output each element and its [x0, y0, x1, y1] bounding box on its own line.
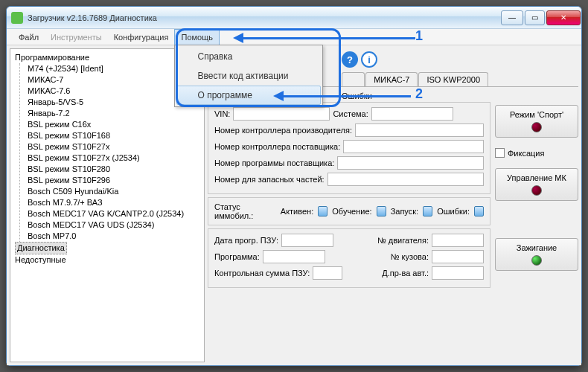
label-start: Запуск: [391, 207, 418, 216]
tree-item[interactable]: BSL режим ST10F27x (J2534) [28, 153, 201, 164]
tab-mikas7[interactable]: МИКАС-7 [365, 72, 418, 86]
menu-help-label: Помощь [181, 33, 213, 42]
input-checksum[interactable] [313, 266, 342, 280]
menu-file[interactable]: Файл [13, 29, 45, 45]
info-icon[interactable]: i [361, 51, 377, 68]
led-active [318, 206, 327, 217]
group-immo: Статус иммобил.: Активен: Обучение: Запу… [208, 197, 490, 225]
tree-item[interactable]: Bosch MEDC17 VAG UDS (J2534) [28, 219, 201, 231]
titlebar: Загрузчик v2.16.7689 Диагностика — ▭ ✕ [7, 7, 581, 29]
minimize-button[interactable]: — [501, 10, 523, 25]
mk-label: Управление МК [507, 173, 566, 182]
label-spare: Номер для запасных частей: [214, 175, 325, 184]
label-checksum: Контрольная сумма ПЗУ: [214, 269, 310, 278]
label-active: Активен: [281, 207, 313, 216]
label-engine-no: № двигателя: [377, 236, 429, 245]
sport-mode-button[interactable]: Режим 'Спорт' [495, 105, 578, 138]
ignition-button[interactable]: Зажигание [495, 238, 578, 271]
input-engine-no[interactable] [432, 234, 484, 247]
input-system[interactable] [371, 107, 453, 121]
help-item-about[interactable]: О программе [176, 86, 321, 105]
input-spare[interactable] [327, 173, 484, 186]
app-icon [11, 12, 23, 24]
close-button[interactable]: ✕ [546, 10, 581, 25]
ignition-label: Зажигание [517, 243, 557, 252]
label-supplier-prog: Номер программы поставщика: [214, 158, 334, 167]
menu-config[interactable]: Конфигурация [108, 29, 175, 45]
group-rom: Дата прогр. ПЗУ: № двигателя: Программа:… [208, 228, 490, 288]
label-system: Система: [333, 109, 368, 118]
led-errors [474, 206, 484, 217]
menu-help[interactable]: Помощь Справка Ввести код активации О пр… [174, 29, 220, 45]
annotation-number-2: 2 [415, 86, 423, 102]
label-vin: VIN: [214, 109, 230, 118]
tree-unavailable[interactable]: Недоступные [15, 254, 201, 266]
tree-programming-children: M74 (+J2534) [Ident] МИКАС-7 МИКАС-7.6 Я… [19, 63, 201, 242]
sport-led-icon [531, 122, 542, 132]
help-icon[interactable]: ? [342, 51, 358, 68]
form-area: VIN: Система: Номер контроллера производ… [208, 102, 490, 362]
main-area: VIN: Система: Номер контроллера производ… [208, 102, 578, 362]
menu-tools: Инструменты [45, 29, 108, 45]
mk-control-button[interactable]: Управление МК [495, 168, 578, 201]
label-immo-errors: Ошибки: [437, 207, 470, 216]
tree-item[interactable]: Bosch MP7.0 [28, 231, 201, 242]
tab-placeholder[interactable] [342, 72, 365, 86]
menubar: Файл Инструменты Конфигурация Помощь Спр… [7, 29, 581, 45]
fixation-checkbox[interactable]: Фиксация [495, 148, 578, 158]
help-dropdown: Справка Ввести код активации О программе [174, 45, 323, 107]
checkbox-icon [495, 148, 505, 158]
input-vin[interactable] [233, 107, 330, 121]
label-immo: Статус иммобил.: [214, 202, 276, 220]
tab-isokwp[interactable]: ISO KWP2000 [418, 72, 488, 86]
group-ident: VIN: Система: Номер контроллера производ… [208, 102, 490, 194]
tree-item[interactable]: Январь-7.2 [28, 108, 201, 119]
tree-programming[interactable]: Программирование [15, 52, 201, 63]
led-learning [377, 206, 386, 217]
input-rom-date[interactable] [281, 234, 333, 247]
side-buttons: Режим 'Спорт' Фиксация Управление МК Заж… [495, 102, 578, 362]
input-supplier-prog[interactable] [337, 156, 484, 170]
label-mfr-date: Д.пр-ва авт.: [382, 269, 429, 278]
tree-diagnostics[interactable]: Диагностика [15, 242, 67, 254]
tree-item[interactable]: BSL режим ST10F280 [28, 164, 201, 175]
label-rom-date: Дата прогр. ПЗУ: [214, 236, 278, 245]
tree-item[interactable]: Bosch MEDC17 VAG K/CANTP2.0 (J2534) [28, 208, 201, 219]
sport-label: Режим 'Спорт' [510, 110, 563, 119]
tree-item[interactable]: BSL режим ST10F27x [28, 141, 201, 153]
input-supplier-ctrl[interactable] [343, 140, 484, 153]
annotation-number-1: 1 [415, 28, 423, 44]
tree-item[interactable]: Bosch M7.9.7/+ ВАЗ [28, 197, 201, 208]
label-supplier-ctrl: Номер контроллера поставщика: [214, 142, 340, 151]
mk-led-icon [531, 185, 542, 196]
label-program: Программа: [214, 252, 260, 261]
input-body-no[interactable] [432, 250, 484, 263]
led-start [423, 206, 432, 217]
ignition-led-icon [531, 255, 542, 266]
tree-item[interactable]: BSL режим ST10F296 [28, 175, 201, 186]
label-mfr-ctrl: Номер контроллера производителя: [214, 126, 352, 135]
help-item-activation[interactable]: Ввести код активации [176, 66, 321, 86]
input-program[interactable] [263, 250, 325, 263]
tree-item[interactable]: BSL режим ST10F168 [28, 130, 201, 141]
input-mfr-date[interactable] [432, 266, 484, 280]
fixation-label: Фиксация [508, 149, 544, 158]
label-learning: Обучение: [332, 207, 371, 216]
app-window: Загрузчик v2.16.7689 Диагностика — ▭ ✕ Ф… [6, 6, 582, 366]
window-title: Загрузчик v2.16.7689 Диагностика [28, 13, 500, 22]
window-controls: — ▭ ✕ [500, 10, 581, 25]
subtab-errors[interactable]: Ошибки [342, 92, 372, 100]
label-body-no: № кузова: [391, 252, 429, 261]
input-mfr-ctrl[interactable] [355, 124, 484, 137]
tree-item[interactable]: Bosch C509 Hyundai/Kia [28, 186, 201, 197]
help-item-help[interactable]: Справка [176, 47, 321, 66]
tree-item[interactable]: BSL режим C16x [28, 119, 201, 130]
maximize-button[interactable]: ▭ [525, 10, 545, 25]
